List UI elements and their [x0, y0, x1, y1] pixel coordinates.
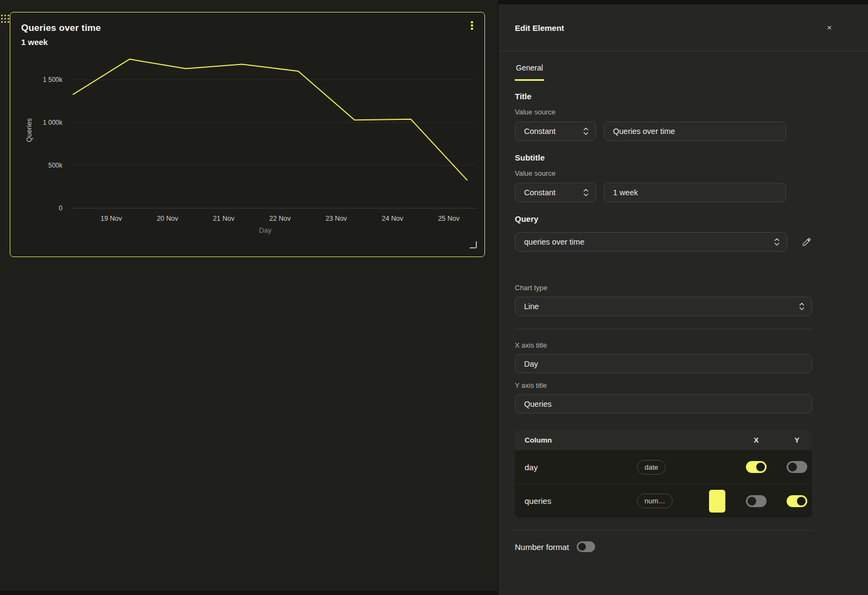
query-section-heading: Query: [515, 214, 828, 223]
section-divider: [515, 530, 812, 530]
chevron-updown-icon: [583, 127, 589, 136]
chevron-updown-icon: [583, 188, 589, 197]
title-value-source-label: Value source: [515, 108, 828, 116]
chart-element-card[interactable]: Queries over time 1 week 1 500k1 000k500…: [10, 12, 485, 257]
resize-handle[interactable]: [470, 241, 477, 248]
y-axis-title-input[interactable]: [515, 394, 812, 413]
column-name: queries: [525, 496, 551, 506]
subtitle-value-input[interactable]: [604, 183, 786, 202]
number-format-label: Number format: [515, 542, 569, 552]
queries-y-toggle[interactable]: [787, 495, 807, 507]
number-format-toggle[interactable]: [577, 541, 595, 552]
kebab-menu-icon[interactable]: [467, 19, 477, 32]
svg-text:20 Nov: 20 Nov: [157, 215, 178, 222]
column-name: day: [525, 463, 538, 472]
svg-text:Day: Day: [259, 226, 272, 234]
svg-text:21 Nov: 21 Nov: [213, 215, 235, 222]
svg-text:22 Nov: 22 Nov: [269, 215, 291, 222]
table-row-queries: queries num…: [515, 484, 812, 517]
subtitle-section-heading: Subtitle: [515, 153, 828, 162]
svg-text:1 000k: 1 000k: [43, 119, 63, 126]
type-badge: num…: [637, 494, 673, 508]
x-column-header: X: [746, 436, 767, 444]
chart-type-value: Line: [524, 302, 539, 311]
svg-text:1 500k: 1 500k: [43, 76, 63, 84]
svg-text:500k: 500k: [48, 162, 63, 169]
title-section-heading: Title: [515, 92, 828, 101]
query-select-value: queries over time: [524, 238, 584, 246]
panel-content: Title Value source Constant Subtitle Val…: [499, 92, 828, 553]
title-source-value: Constant: [524, 127, 556, 136]
series-color-swatch[interactable]: [709, 490, 725, 513]
chart-type-label: Chart type: [515, 284, 828, 292]
edit-element-panel: Edit Element × General Title Value sourc…: [498, 4, 868, 595]
type-badge: date: [637, 460, 666, 475]
svg-text:25 Nov: 25 Nov: [438, 215, 459, 222]
close-icon[interactable]: ×: [824, 22, 835, 34]
x-axis-title-label: X axis title: [515, 341, 828, 349]
svg-text:0: 0: [59, 204, 62, 212]
columns-table: Column X Y day date queries num…: [515, 430, 812, 517]
chart-type-select[interactable]: Line: [515, 297, 812, 316]
query-select[interactable]: queries over time: [515, 232, 787, 252]
dashboard-canvas: Queries over time 1 week 1 500k1 000k500…: [0, 0, 498, 591]
title-source-select[interactable]: Constant: [515, 121, 596, 141]
subtitle-value-source-label: Value source: [515, 169, 828, 177]
queries-x-toggle[interactable]: [746, 495, 767, 507]
svg-text:23 Nov: 23 Nov: [326, 215, 347, 222]
chart-title: Queries over time: [21, 23, 101, 34]
day-x-toggle[interactable]: [746, 461, 767, 473]
column-header-label: Column: [525, 436, 552, 444]
tab-general[interactable]: General: [515, 63, 544, 81]
svg-text:24 Nov: 24 Nov: [382, 215, 404, 222]
tab-bar: General: [499, 63, 868, 81]
y-axis-title-label: Y axis title: [515, 381, 828, 389]
subtitle-source-select[interactable]: Constant: [515, 183, 596, 202]
panel-title: Edit Element: [515, 23, 564, 33]
columns-table-header: Column X Y: [515, 430, 812, 450]
svg-text:19 Nov: 19 Nov: [100, 215, 122, 222]
chart-subtitle: 1 week: [21, 37, 48, 47]
x-axis-title-input[interactable]: [515, 354, 812, 373]
table-row-day: day date: [515, 450, 812, 484]
chevron-updown-icon: [774, 238, 780, 246]
title-value-input[interactable]: [604, 121, 786, 141]
y-column-header: Y: [787, 436, 807, 444]
section-divider: [515, 329, 812, 329]
subtitle-source-value: Constant: [524, 188, 556, 197]
chevron-updown-icon: [799, 302, 805, 311]
line-chart: 1 500k1 000k500k019 Nov20 Nov21 Nov22 No…: [10, 12, 486, 258]
panel-header: Edit Element ×: [499, 4, 868, 52]
drag-handle-icon[interactable]: [1, 15, 10, 23]
day-y-toggle[interactable]: [787, 461, 807, 473]
edit-query-pencil-icon[interactable]: [801, 236, 813, 248]
svg-text:Queries: Queries: [25, 118, 33, 142]
